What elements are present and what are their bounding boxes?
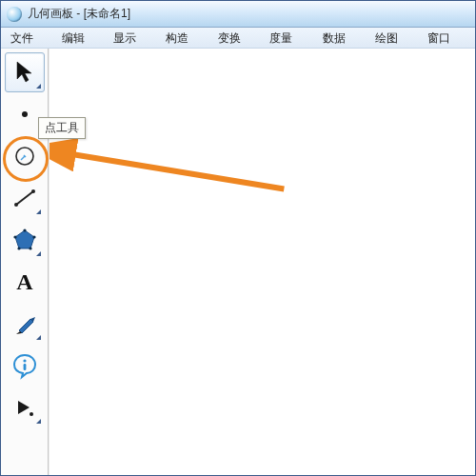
custom-tool-icon (10, 393, 39, 422)
segment-icon (10, 184, 39, 212)
flyout-indicator-icon (36, 335, 41, 340)
tool-compass[interactable] (5, 136, 45, 176)
svg-point-8 (23, 228, 26, 231)
svg-point-10 (29, 247, 31, 249)
title-bar: 几何画板 - [未命名1] (1, 1, 475, 28)
tool-custom[interactable] (5, 387, 45, 427)
svg-point-6 (31, 189, 35, 193)
text-icon: A (10, 268, 39, 296)
svg-rect-17 (23, 364, 26, 370)
tool-information[interactable] (5, 346, 45, 386)
tool-straightedge[interactable] (5, 178, 45, 218)
tool-selection-arrow[interactable] (5, 52, 45, 92)
svg-marker-7 (15, 230, 34, 248)
menu-file[interactable]: 文件(F) (3, 28, 54, 48)
svg-line-20 (65, 153, 284, 189)
svg-point-0 (22, 111, 28, 117)
tool-marker[interactable] (5, 304, 45, 344)
flyout-indicator-icon (36, 251, 41, 256)
document-name: [未命名1] (84, 7, 130, 20)
app-name: 几何画板 (28, 7, 73, 20)
menu-edit[interactable]: 编辑(E) (54, 28, 106, 48)
menu-window[interactable]: 窗口(G) (420, 28, 473, 48)
svg-point-16 (23, 359, 26, 362)
sketch-canvas[interactable]: 点工具 (49, 49, 475, 475)
window-title: 几何画板 - [未命名1] (28, 6, 130, 22)
menu-display[interactable]: 显示(D) (106, 28, 158, 48)
menu-bar: 文件(F) 编辑(E) 显示(D) 构造(C) 变换(T) 度量(M) 数据(N… (1, 28, 475, 49)
svg-marker-14 (19, 319, 33, 333)
svg-line-4 (16, 191, 33, 205)
svg-point-11 (17, 247, 20, 249)
svg-point-12 (13, 235, 16, 238)
flyout-indicator-icon (36, 209, 41, 214)
app-icon (7, 7, 22, 22)
compass-icon (10, 142, 39, 170)
cursor-icon (10, 58, 39, 87)
menu-transform[interactable]: 变换(T) (210, 28, 262, 48)
tool-palette: A (1, 49, 49, 475)
menu-graph[interactable]: 绘图(G) (367, 28, 421, 48)
svg-point-5 (14, 203, 18, 207)
annotation-arrow (50, 49, 475, 475)
svg-text:A: A (16, 269, 33, 294)
svg-line-2 (21, 156, 25, 160)
menu-measure[interactable]: 度量(M) (262, 28, 315, 48)
svg-marker-18 (18, 401, 30, 414)
menu-construct[interactable]: 构造(C) (158, 28, 210, 48)
info-icon (10, 351, 39, 380)
tool-polygon[interactable] (5, 220, 45, 260)
tooltip-point-tool: 点工具 (38, 117, 86, 139)
svg-point-19 (30, 412, 33, 416)
tool-text[interactable]: A (5, 262, 45, 302)
menu-data[interactable]: 数据(N) (315, 28, 367, 48)
polygon-icon (10, 226, 39, 254)
flyout-indicator-icon (36, 419, 41, 424)
flyout-indicator-icon (36, 84, 41, 89)
point-icon (10, 100, 39, 129)
svg-point-9 (32, 235, 35, 238)
marker-icon (10, 309, 39, 338)
